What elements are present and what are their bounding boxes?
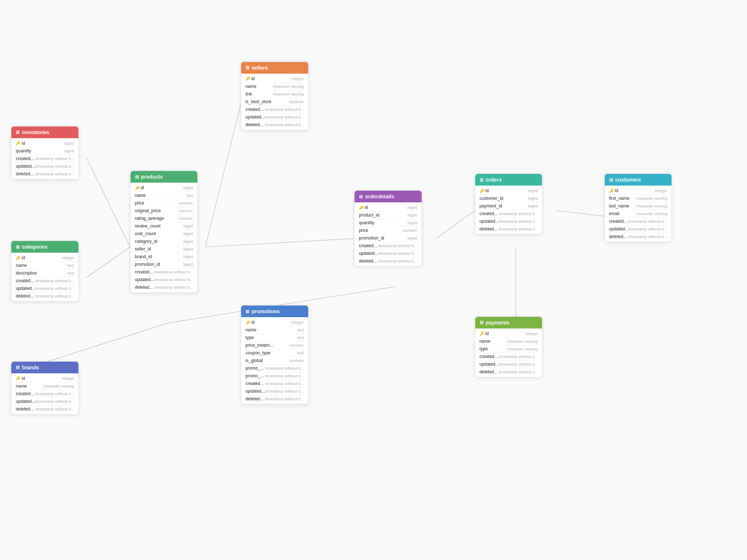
table-categories[interactable]: ⊞categories🔑idintegernametextdescription… (11, 241, 79, 302)
field-name-text: is_global (245, 358, 263, 363)
field-name: name (16, 263, 27, 268)
field-type: bigint (407, 236, 417, 240)
field-name-text: updated... (480, 219, 499, 224)
table-payments[interactable]: ⊞payments🔑idintegernamecharacter varying… (475, 316, 543, 377)
table-products[interactable]: ⊞products🔑idbigintnametextpricenumericor… (130, 171, 198, 293)
table-promotions[interactable]: ⊞promotions🔑idintegernametexttypetextpri… (241, 305, 309, 404)
table-brands[interactable]: ⊞brands🔑idintegernamecharacter varyingcr… (11, 361, 79, 415)
field-type: timestamp without ti... (35, 279, 74, 283)
table-row: product_idbigint (355, 211, 422, 219)
field-type: timestamp without ti... (154, 277, 193, 282)
svg-line-4 (205, 238, 354, 247)
field-type: character varying (636, 211, 667, 216)
field-name-text: customer_id (480, 196, 503, 201)
field-name: quantity (359, 220, 374, 225)
key-icon: 🔑 (16, 376, 20, 380)
field-type: bigint (183, 232, 193, 236)
key-icon: 🔑 (135, 186, 139, 190)
field-type: timestamp without ti... (378, 251, 417, 256)
field-name: promo_... (245, 373, 264, 378)
table-row: deleted...timestamp without ti... (131, 284, 198, 291)
table-row: review_countbigint (131, 222, 198, 230)
field-type: numeric (179, 209, 193, 213)
field-name-text: first_name (609, 196, 630, 201)
field-type: integer (655, 188, 667, 193)
field-name-text: name (16, 384, 27, 389)
field-name-text: created... (480, 211, 498, 216)
field-name: brand_id (135, 254, 152, 259)
field-type: text (187, 193, 193, 198)
table-body-sellers: 🔑idintegernamecharacter varyinglinkchara… (241, 74, 308, 130)
field-type: timestamp without ti... (378, 259, 417, 263)
field-name: rating_average (135, 216, 164, 221)
field-name: last_name (609, 203, 629, 209)
grid-icon: ⊞ (480, 177, 484, 183)
field-name: price (135, 201, 144, 206)
field-name: link (245, 92, 252, 97)
table-row: 🔑idbigint (11, 140, 78, 147)
field-name-text: updated... (135, 277, 154, 282)
table-body-orderdetails: 🔑idbigintproduct_idbigintquantitybigintp… (355, 202, 422, 266)
field-type: timestamp without ti... (265, 122, 303, 127)
table-row: 🔑idinteger (605, 187, 672, 194)
table-row: payment_idbigint (475, 202, 542, 210)
table-orderdetails[interactable]: ⊞orderdetails🔑idbigintproduct_idbigintqu… (354, 190, 422, 267)
table-body-brands: 🔑idintegernamecharacter varyingcreated..… (11, 373, 78, 414)
field-name-text: created... (245, 381, 264, 386)
table-row: 🔑idinteger (475, 330, 542, 337)
field-type: bigint (183, 247, 193, 251)
field-name-text: link (245, 92, 252, 97)
table-body-categories: 🔑idintegernametextdescriptiontextcreated… (11, 253, 78, 301)
field-type: timestamp without ti... (154, 285, 193, 289)
table-row: created...timestamp without ti... (605, 218, 672, 225)
table-row: 🔑idbigint (475, 187, 542, 194)
field-name-text: id (22, 376, 25, 381)
field-type: timestamp without ti... (499, 354, 538, 359)
field-name: name (245, 84, 256, 89)
table-title-payments: payments (486, 320, 510, 326)
svg-line-2 (49, 323, 167, 361)
field-type: timestamp without ti... (35, 164, 74, 168)
field-name: 🔑id (135, 185, 144, 190)
field-name: deleted... (480, 226, 498, 232)
field-name-text: created... (359, 243, 377, 248)
field-type: timestamp without ti... (499, 219, 538, 223)
field-name: updated... (480, 219, 499, 224)
field-name: type (245, 335, 254, 340)
field-type: integer (291, 77, 304, 81)
key-icon: 🔑 (480, 331, 484, 335)
field-type: bigint (65, 149, 74, 153)
field-name: type (480, 346, 488, 351)
table-orders[interactable]: ⊞orders🔑idbigintcustomer_idbigintpayment… (475, 174, 543, 234)
field-name: updated... (16, 164, 35, 169)
field-type: character varying (636, 196, 667, 201)
grid-icon: ⊞ (609, 177, 613, 183)
field-name: deleted... (16, 407, 34, 412)
field-name: payment_id (480, 203, 502, 209)
table-title-orderdetails: orderdetails (365, 194, 394, 199)
table-inventories[interactable]: ⊞inventories🔑idbigintquantitybigintcreat… (11, 126, 79, 179)
field-name: customer_id (480, 196, 503, 201)
table-row: last_namecharacter varying (605, 202, 672, 210)
field-name-text: deleted... (359, 258, 377, 264)
field-type: character varying (507, 347, 538, 351)
field-type: timestamp without ti... (378, 244, 417, 248)
field-name: updated... (245, 389, 265, 394)
field-type: timestamp without ti... (265, 389, 303, 393)
field-name-text: id (251, 320, 255, 325)
table-sellers[interactable]: ⊞sellers🔑idintegernamecharacter varyingl… (241, 62, 309, 130)
field-name: deleted... (609, 234, 627, 239)
field-name-text: created... (16, 278, 34, 283)
field-type: numeric (403, 228, 417, 233)
field-name-text: price_treatm... (245, 343, 274, 348)
field-name: coupon_type (245, 350, 271, 355)
field-name-text: name (135, 193, 146, 198)
field-name: created... (16, 156, 34, 161)
field-name-text: brand_id (135, 254, 152, 259)
diagram-canvas: ⊞inventories🔑idbigintquantitybigintcreat… (0, 0, 747, 560)
table-row: promotion_idbigint (355, 234, 422, 242)
table-row: 🔑idinteger (241, 319, 308, 326)
grid-icon: ⊞ (245, 309, 249, 314)
table-customers[interactable]: ⊞customers🔑idintegerfirst_namecharacter … (604, 174, 672, 242)
field-name-text: deleted... (16, 171, 34, 176)
